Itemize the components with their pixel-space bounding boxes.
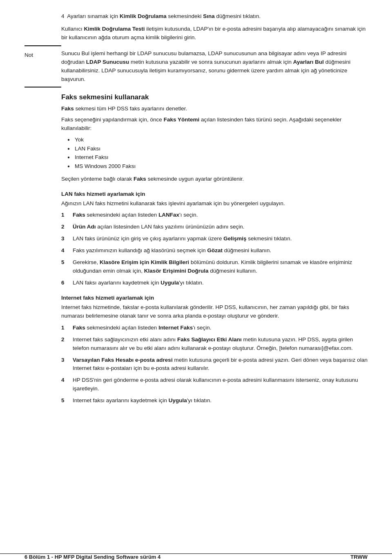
internet-step-5: 5 Internet faksı ayarlarını kaydetmek iç… <box>61 396 368 405</box>
top-section: 4 Ayarları sınamak için Kimlik Doğrulama… <box>24 12 368 42</box>
faks-intro2: Faks seçeneğini yapılandırmak için, önce… <box>24 116 368 133</box>
note-content: Sunucu Bul işlemi herhangi bir LDAP sunu… <box>61 49 368 84</box>
bullet-list: Yok LAN Faksı Internet Faksı MS Windows … <box>24 135 368 170</box>
lan-step-5-content: Gerekirse, Klasöre Erişim için Kimlik Bi… <box>73 258 368 276</box>
lan-step-6-content: LAN faksı ayarlarını kaydetmek için Uygu… <box>73 279 368 287</box>
internet-step-4-content: HP DSS'nin geri gönderme e-posta adresi … <box>73 376 368 393</box>
lan-step-2: 2 Ürün Adı açılan listesinden LAN faks y… <box>61 223 368 231</box>
page-wrapper: 4 Ayarları sınamak için Kimlik Doğrulama… <box>0 0 392 433</box>
lan-step-1-num: 1 <box>61 211 73 220</box>
faks-heading: Faks sekmesini kullanarak <box>24 93 368 101</box>
internet-steps: 1 Faks sekmesindeki açılan listeden Inte… <box>24 324 368 405</box>
bullet-item-ms: MS Windows 2000 Faksı <box>67 162 368 171</box>
lan-step-6-num: 6 <box>61 279 73 287</box>
lan-heading: LAN faks hizmeti ayarlamak için <box>24 191 368 197</box>
internet-step-1: 1 Faks sekmesindeki açılan listeden Inte… <box>61 324 368 332</box>
internet-step-3-content: Varsayılan Faks Hesabı e-posta adresi me… <box>73 356 368 373</box>
footer: 6 Bölüm 1 - HP MFP Digital Sending Softw… <box>0 553 392 560</box>
bullet-item-lan: LAN Faksı <box>67 144 368 153</box>
para-1: 4 Ayarları sınamak için Kimlik Doğrulama… <box>24 12 368 21</box>
internet-step-4: 4 HP DSS'nin geri gönderme e-posta adres… <box>61 376 368 393</box>
lan-steps: 1 Faks sekmesindeki açılan listeden LANF… <box>24 211 368 287</box>
internet-step-2-num: 2 <box>61 336 73 344</box>
lan-step-4-num: 4 <box>61 246 73 255</box>
note-label-col: Not <box>24 49 61 84</box>
internet-step-2-content: Internet faks sağlayıcınızın etki alanı … <box>73 336 368 353</box>
note-label: Not <box>24 50 61 58</box>
lan-step-2-content: Ürün Adı açılan listesinden LAN faks yaz… <box>73 223 368 231</box>
note-divider-top <box>24 45 61 46</box>
lan-step-6: 6 LAN faksı ayarlarını kaydetmek için Uy… <box>61 279 368 287</box>
lan-step-4: 4 Faks yazılımınızın kullandığı ağ klasö… <box>61 246 368 255</box>
para-2: Kullanıcı Kimlik Doğrulama Testi iletişi… <box>24 25 368 42</box>
internet-intro: Internet faks hizmetinde, fakslar e-post… <box>24 303 368 320</box>
lan-step-5-num: 5 <box>61 258 73 267</box>
internet-step-5-content: Internet faksı ayarlarını kaydetmek için… <box>73 396 368 405</box>
internet-step-3: 3 Varsayılan Faks Hesabı e-posta adresi … <box>61 356 368 373</box>
internet-step-5-num: 5 <box>61 396 73 405</box>
internet-heading: Internet faks hizmeti ayarlamak için <box>24 295 368 301</box>
bullet-item-internet: Internet Faksı <box>67 153 368 162</box>
footer-left: 6 Bölüm 1 - HP MFP Digital Sending Softw… <box>24 554 350 560</box>
faks-intro1: Faks sekmesi tüm HP DSS faks ayarlarını … <box>24 105 368 113</box>
lan-step-3-content: LAN faks ürününüz için giriş ve çıkış ay… <box>73 235 368 243</box>
bullet-item-yok: Yok <box>67 135 368 144</box>
lan-intro: Ağınızın LAN faks hizmetini kullanarak f… <box>24 199 368 208</box>
lan-step-3-num: 3 <box>61 235 73 243</box>
note-divider-bottom <box>24 87 61 87</box>
lan-step-1-content: Faks sekmesindeki açılan listeden LANFax… <box>73 211 368 220</box>
note-section: Not Sunucu Bul işlemi herhangi bir LDAP … <box>24 49 368 84</box>
internet-step-1-content: Faks sekmesindeki açılan listeden Intern… <box>73 324 368 332</box>
internet-step-1-num: 1 <box>61 324 73 332</box>
lan-step-3: 3 LAN faks ürününüz için giriş ve çıkış … <box>61 235 368 243</box>
lan-step-1: 1 Faks sekmesindeki açılan listeden LANF… <box>61 211 368 220</box>
footer-right: TRWW <box>350 554 368 560</box>
lan-step-4-content: Faks yazılımınızın kullandığı ağ klasörü… <box>73 246 368 255</box>
internet-step-2: 2 Internet faks sağlayıcınızın etki alan… <box>61 336 368 353</box>
lan-step-5: 5 Gerekirse, Klasöre Erişim için Kimlik … <box>61 258 368 276</box>
internet-step-3-num: 3 <box>61 356 73 365</box>
faks-selected-text: Seçilen yönteme bağlı olarak Faks sekmes… <box>24 175 368 184</box>
internet-step-4-num: 4 <box>61 376 73 385</box>
lan-step-2-num: 2 <box>61 223 73 231</box>
